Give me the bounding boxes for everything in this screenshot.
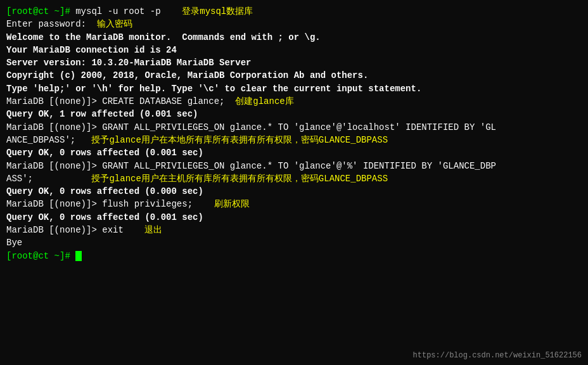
terminal-text: 登录mysql数据库 [161, 6, 253, 16]
terminal-text: 授予glance用户在主机所有库所有表拥有所有权限，密码GLANCE_DBPAS… [33, 174, 388, 184]
terminal-text: GRANT ALL_PRIVILEGES_ON glance.* TO 'gla… [102, 161, 496, 171]
terminal-line: ANCE_DBPASS'; 授予glance用户在本地所有库所有表拥有所有权限，… [6, 134, 582, 146]
watermark: https://blog.csdn.net/weixin_51622156 [413, 351, 582, 360]
terminal-text: Bye [6, 238, 22, 248]
terminal-text: Enter password: [6, 19, 97, 29]
terminal-content: [root@ct ~]# mysql -u root -p 登录mysql数据库… [6, 5, 582, 262]
terminal-line: Server version: 10.3.20-MariaDB MariaDB … [6, 56, 582, 69]
terminal-text: ANCE_DBPASS'; [6, 135, 75, 145]
terminal-text: [root@ct ~]# [6, 251, 75, 261]
terminal-text: 刷新权限 [193, 199, 250, 209]
terminal-line: Query OK, 0 rows affected (0.001 sec) [6, 146, 582, 159]
terminal-text: Welcome to the MariaDB monitor. Commands… [6, 32, 321, 42]
terminal-line: MariaDB [(none)]> GRANT ALL_PRIVILEGES_O… [6, 160, 582, 172]
terminal-text: ASS'; [6, 174, 33, 184]
terminal-line: MariaDB [(none)]> flush privileges; 刷新权限 [6, 198, 582, 210]
terminal-text: Server version: 10.3.20-MariaDB MariaDB … [6, 58, 251, 68]
terminal-line: Your MariaDB connection id is 24 [6, 44, 582, 56]
terminal-text: Your MariaDB connection id is 24 [6, 45, 177, 55]
terminal-text: 输入密码 [97, 19, 132, 29]
terminal-text: 授予glance用户在本地所有库所有表拥有所有权限，密码GLANCE_DBPAS… [75, 135, 388, 145]
terminal-text: Query OK, 0 rows affected (0.001 sec) [6, 148, 203, 158]
terminal-line: ASS'; 授予glance用户在主机所有库所有表拥有所有权限，密码GLANCE… [6, 172, 582, 185]
terminal-line: Type 'help;' or '\h' for help. Type '\c'… [6, 82, 582, 95]
terminal-line: Welcome to the MariaDB monitor. Commands… [6, 31, 582, 44]
terminal-text: MariaDB [(none)]> [6, 122, 102, 132]
terminal-text: MariaDB [(none)]> [6, 199, 102, 209]
terminal-text: Type 'help;' or '\h' for help. Type '\c'… [6, 84, 421, 94]
terminal-text: MariaDB [(none)]> [6, 96, 102, 106]
terminal-text: GRANT ALL_PRIVILEGES_ON glance.* TO 'gla… [102, 122, 496, 132]
terminal-line: Query OK, 1 row affected (0.001 sec) [6, 108, 582, 120]
terminal-line: MariaDB [(none)]> exit 退出 [6, 224, 582, 236]
terminal-text: Query OK, 0 rows affected (0.001 sec) [6, 212, 203, 222]
terminal-window: [root@ct ~]# mysql -u root -p 登录mysql数据库… [0, 0, 588, 365]
terminal-line: [root@ct ~]# [6, 250, 582, 262]
terminal-text: Query OK, 1 row affected (0.001 sec) [6, 109, 198, 119]
terminal-cursor [75, 251, 82, 261]
terminal-text: 退出 [124, 225, 163, 235]
terminal-text: 创建glance库 [224, 96, 293, 106]
terminal-text: MariaDB [(none)]> [6, 225, 102, 235]
terminal-text: [root@ct ~]# [6, 6, 75, 16]
terminal-text: Copyright (c) 2000, 2018, Oracle, MariaD… [6, 70, 368, 80]
terminal-text: MariaDB [(none)]> [6, 161, 102, 171]
terminal-line: Bye [6, 236, 582, 249]
terminal-text: mysql -u root -p [75, 6, 160, 16]
terminal-line: MariaDB [(none)]> CREATE DATABASE glance… [6, 95, 582, 108]
terminal-line: MariaDB [(none)]> GRANT ALL_PRIVILEGES_O… [6, 121, 582, 134]
terminal-line: Enter password: 输入密码 [6, 18, 582, 30]
terminal-line: Query OK, 0 rows affected (0.001 sec) [6, 211, 582, 224]
terminal-line: Query OK, 0 rows affected (0.000 sec) [6, 185, 582, 198]
terminal-text: Query OK, 0 rows affected (0.000 sec) [6, 186, 203, 196]
terminal-text: exit [102, 225, 124, 235]
terminal-line: Copyright (c) 2000, 2018, Oracle, MariaD… [6, 69, 582, 82]
terminal-text: CREATE DATABASE glance; [102, 96, 224, 106]
terminal-text: flush privileges; [102, 199, 193, 209]
terminal-line: [root@ct ~]# mysql -u root -p 登录mysql数据库 [6, 5, 582, 18]
